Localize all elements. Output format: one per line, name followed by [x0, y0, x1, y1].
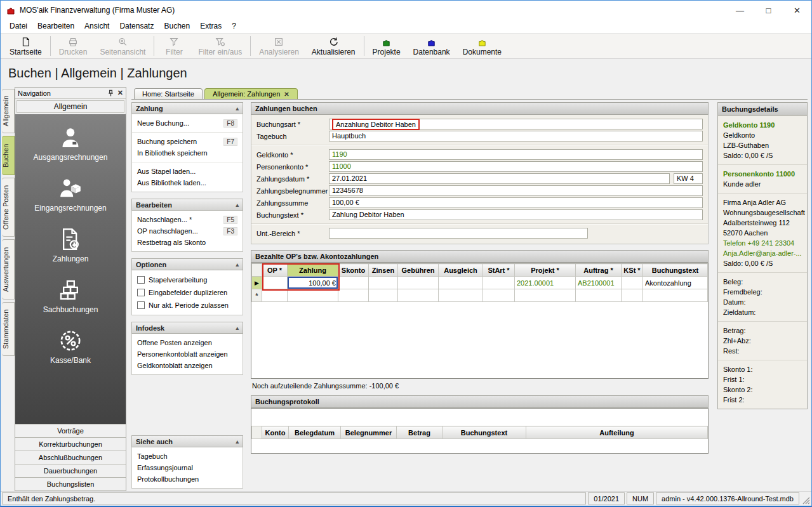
- checkbox-stapelverarbeitung[interactable]: Stapelverarbeitung: [137, 273, 237, 286]
- vtab-buchen[interactable]: Buchen: [2, 136, 15, 175]
- cmd-erfassungsjournal[interactable]: Erfassungsjournal: [137, 462, 237, 473]
- cell-zahlung[interactable]: 100,00 €: [288, 277, 338, 289]
- menu-hilfe[interactable]: ?: [227, 20, 241, 33]
- col-betrag[interactable]: Betrag: [397, 426, 443, 439]
- new-row-marker-icon[interactable]: *: [252, 289, 262, 302]
- email-link[interactable]: Anja.Adler@anja-adler-...: [723, 248, 802, 258]
- nav-item-eingangsrechnungen[interactable]: Eingangsrechnungen: [34, 175, 106, 213]
- cmd-aus-bibliothek-laden[interactable]: Aus Bibliothek laden...: [137, 177, 237, 188]
- col-skonto[interactable]: Skonto: [338, 264, 369, 277]
- cmd-neue-buchung[interactable]: Neue Buchung...F8: [137, 117, 237, 129]
- cmd-protokollbuchungen[interactable]: Protokollbuchungen: [137, 473, 237, 485]
- cmd-nachschlagen[interactable]: Nachschlagen... *F5: [137, 214, 237, 225]
- menu-datensatz[interactable]: Datensatz: [114, 20, 159, 33]
- col-buchungstext[interactable]: Buchungstext: [643, 264, 708, 277]
- checkbox-eingabefelder-duplizieren[interactable]: Eingabefelder duplizieren: [137, 286, 237, 299]
- cell-buchungstext[interactable]: Akontozahlung: [643, 277, 708, 289]
- nav-item-abschlussbuchungen[interactable]: Abschlußbuchungen: [15, 451, 126, 464]
- cell-kst[interactable]: [622, 277, 643, 289]
- zahlungsbelegnummer-field[interactable]: 12345678: [329, 185, 703, 196]
- minimize-button[interactable]: —: [726, 1, 754, 20]
- close-panel-icon[interactable]: ✕: [117, 89, 123, 97]
- col-kst[interactable]: KSt *: [622, 264, 643, 277]
- collapse-icon[interactable]: ▴: [236, 261, 239, 268]
- section-siehe-auch-header[interactable]: Siehe auch▴: [131, 435, 243, 447]
- cell-ausgleich[interactable]: [439, 277, 483, 289]
- nav-item-kasse-bank[interactable]: Kasse/Bank: [50, 327, 91, 365]
- nav-item-buchungslisten[interactable]: Buchungslisten: [15, 477, 126, 491]
- cell-start[interactable]: [483, 277, 515, 289]
- cell-zinsen[interactable]: [369, 277, 398, 289]
- cmd-restbetrag-als-skonto[interactable]: Restbetrag als Skonto: [137, 237, 237, 248]
- current-row-marker-icon[interactable]: ▶: [252, 277, 262, 289]
- col-aufteilung[interactable]: Aufteilung: [526, 426, 708, 439]
- maximize-button[interactable]: □: [754, 1, 783, 20]
- col-konto[interactable]: Konto: [262, 426, 289, 439]
- col-zahlung[interactable]: Zahlung: [288, 264, 338, 277]
- drucken-button[interactable]: Drucken: [53, 34, 94, 58]
- col-ausgleich[interactable]: Ausgleich: [439, 264, 483, 277]
- cell-auftrag[interactable]: AB2100001: [576, 277, 622, 289]
- section-infodesk-header[interactable]: Infodesk▴: [131, 322, 243, 334]
- cmd-buchung-speichern[interactable]: Buchung speichernF7: [137, 136, 237, 147]
- cmd-geldkontoblatt-anzeigen[interactable]: Geldkontoblatt anzeigen: [137, 360, 237, 371]
- collapse-icon[interactable]: ▴: [236, 325, 239, 331]
- vtab-stammdaten[interactable]: Stammdaten: [2, 302, 15, 356]
- buchungsart-field[interactable]: Anzahlung Debitor Haben: [329, 119, 703, 129]
- section-optionen-header[interactable]: Optionen▴: [131, 258, 243, 270]
- nav-item-vortraege[interactable]: Vorträge: [15, 424, 126, 437]
- checkbox-nur-akt-periode[interactable]: Nur akt. Periode zulassen: [137, 299, 237, 312]
- tab-home-startseite[interactable]: Home: Startseite: [134, 88, 203, 99]
- datenbank-button[interactable]: Datenbank: [407, 34, 456, 58]
- col-projekt[interactable]: Projekt *: [515, 264, 576, 277]
- buchungstext-field[interactable]: Zahlung Debitor Haben: [329, 209, 703, 220]
- col-op[interactable]: OP *: [262, 264, 288, 277]
- menu-ansicht[interactable]: Ansicht: [79, 20, 114, 33]
- analysieren-button[interactable]: Analysieren: [253, 34, 305, 58]
- nav-item-sachbuchungen[interactable]: Sachbuchungen: [43, 277, 98, 314]
- cmd-aus-stapel-laden[interactable]: Aus Stapel laden...: [137, 166, 237, 177]
- zahlungsdatum-field[interactable]: 27.01.2021: [329, 173, 670, 184]
- aktualisieren-button[interactable]: Aktualisieren: [305, 34, 362, 58]
- projekte-button[interactable]: Projekte: [366, 34, 407, 58]
- vtab-auswertungen[interactable]: Auswertungen: [2, 239, 15, 300]
- col-start[interactable]: StArt *: [483, 264, 515, 277]
- cmd-offene-posten-anzeigen[interactable]: Offene Posten anzeigen: [137, 337, 237, 348]
- col-zinsen[interactable]: Zinsen: [369, 264, 398, 277]
- personenkonto-field[interactable]: 11000: [329, 161, 703, 172]
- dokumente-button[interactable]: Dokumente: [456, 34, 508, 58]
- seitenansicht-button[interactable]: Seitenansicht: [93, 34, 152, 58]
- vtab-offene-posten[interactable]: Offene Posten: [2, 178, 15, 237]
- cell-projekt[interactable]: 2021.00001: [515, 277, 576, 289]
- nav-item-zahlungen[interactable]: Zahlungen: [53, 226, 89, 263]
- tagebuch-field[interactable]: Hauptbuch: [329, 131, 703, 142]
- collapse-icon[interactable]: ▴: [236, 202, 239, 208]
- cmd-in-bibliothek-speichern[interactable]: In Bibliothek speichern: [137, 147, 237, 159]
- zahlungssumme-field[interactable]: 100,00 €: [329, 197, 703, 208]
- menu-bearbeiten[interactable]: Bearbeiten: [32, 20, 79, 33]
- col-auftrag[interactable]: Auftrag *: [576, 264, 622, 277]
- startseite-button[interactable]: Startseite: [3, 34, 48, 58]
- menu-buchen[interactable]: Buchen: [159, 20, 195, 33]
- nav-item-korrekturbuchungen[interactable]: Korrekturbuchungen: [15, 437, 126, 451]
- col-gebuehren[interactable]: Gebühren: [398, 264, 439, 277]
- collapse-icon[interactable]: ▴: [236, 105, 239, 112]
- unt-bereich-field[interactable]: [329, 228, 588, 239]
- col-belegnummer[interactable]: Belegnummer: [341, 426, 397, 439]
- filter-button[interactable]: Filter: [156, 34, 192, 58]
- vtab-allgemein[interactable]: Allgemein: [2, 89, 15, 133]
- phone-link[interactable]: Telefon +49 241 23304: [723, 238, 802, 248]
- tab-close-icon[interactable]: ✕: [284, 91, 289, 98]
- nav-item-dauerbuchungen[interactable]: Dauerbuchungen: [15, 464, 126, 477]
- cmd-op-nachschlagen[interactable]: OP nachschlagen...F3: [137, 225, 237, 237]
- cmd-personenkontoblatt-anzeigen[interactable]: Personenkontoblatt anzeigen: [137, 348, 237, 360]
- section-bearbeiten-header[interactable]: Bearbeiten▴: [131, 199, 243, 211]
- cell-op[interactable]: [262, 277, 288, 289]
- cmd-tagebuch[interactable]: Tagebuch: [137, 451, 237, 462]
- cell-skonto[interactable]: [338, 277, 369, 289]
- section-zahlung-header[interactable]: Zahlung▴: [131, 102, 243, 114]
- resize-grip[interactable]: [801, 492, 810, 504]
- col-prot-buchungstext[interactable]: Buchungstext: [443, 426, 526, 439]
- nav-item-ausgangsrechnungen[interactable]: Ausgangsrechnungen: [34, 124, 108, 162]
- collapse-icon[interactable]: ▴: [236, 438, 239, 445]
